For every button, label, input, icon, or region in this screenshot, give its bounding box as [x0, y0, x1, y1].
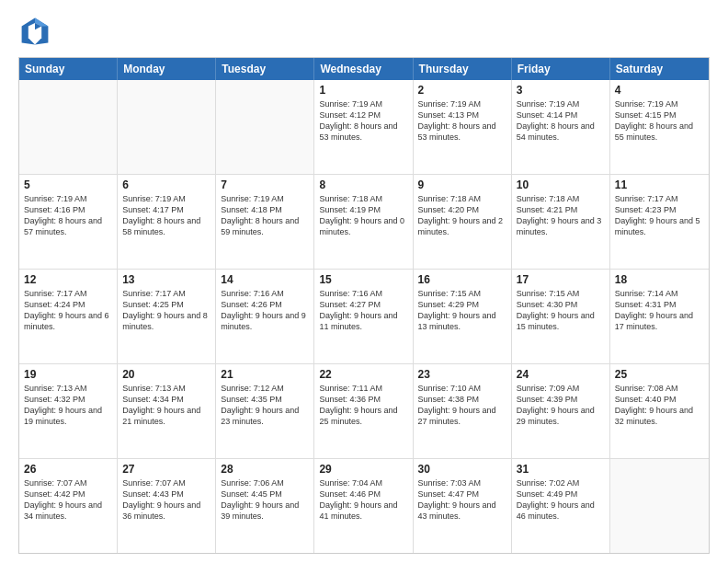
calendar-row-2: 12Sunrise: 7:17 AMSunset: 4:24 PMDayligh…: [19, 269, 709, 363]
calendar-cell: 18Sunrise: 7:14 AMSunset: 4:31 PMDayligh…: [610, 270, 709, 363]
day-info: Sunrise: 7:11 AMSunset: 4:36 PMDaylight:…: [319, 383, 407, 428]
calendar-cell: 12Sunrise: 7:17 AMSunset: 4:24 PMDayligh…: [19, 270, 118, 363]
calendar-header: SundayMondayTuesdayWednesdayThursdayFrid…: [19, 58, 709, 80]
calendar-cell: 29Sunrise: 7:04 AMSunset: 4:46 PMDayligh…: [314, 459, 413, 553]
calendar-row-4: 26Sunrise: 7:07 AMSunset: 4:42 PMDayligh…: [19, 458, 709, 553]
day-number: 9: [418, 178, 506, 191]
calendar-cell: 16Sunrise: 7:15 AMSunset: 4:29 PMDayligh…: [414, 270, 512, 363]
calendar-cell: 14Sunrise: 7:16 AMSunset: 4:26 PMDayligh…: [216, 270, 314, 363]
calendar-cell: 27Sunrise: 7:07 AMSunset: 4:43 PMDayligh…: [118, 459, 216, 553]
calendar-cell: 30Sunrise: 7:03 AMSunset: 4:47 PMDayligh…: [414, 459, 512, 553]
calendar-cell: 1Sunrise: 7:19 AMSunset: 4:12 PMDaylight…: [314, 80, 413, 174]
day-info: Sunrise: 7:13 AMSunset: 4:34 PMDaylight:…: [122, 383, 210, 428]
calendar-cell: 4Sunrise: 7:19 AMSunset: 4:15 PMDaylight…: [610, 80, 709, 174]
day-info: Sunrise: 7:16 AMSunset: 4:26 PMDaylight:…: [221, 288, 309, 333]
calendar-body: 1Sunrise: 7:19 AMSunset: 4:12 PMDaylight…: [19, 80, 709, 553]
day-number: 8: [319, 178, 407, 191]
calendar-cell: 24Sunrise: 7:09 AMSunset: 4:39 PMDayligh…: [512, 364, 610, 458]
day-number: 27: [122, 463, 210, 476]
calendar-cell: 3Sunrise: 7:19 AMSunset: 4:14 PMDaylight…: [512, 80, 610, 174]
header-day-saturday: Saturday: [610, 58, 709, 80]
header-day-wednesday: Wednesday: [314, 58, 413, 80]
day-number: 2: [418, 84, 506, 97]
calendar-cell: 11Sunrise: 7:17 AMSunset: 4:23 PMDayligh…: [610, 175, 709, 269]
calendar-cell: [19, 80, 118, 174]
day-info: Sunrise: 7:19 AMSunset: 4:14 PMDaylight:…: [517, 98, 605, 144]
day-info: Sunrise: 7:03 AMSunset: 4:47 PMDaylight:…: [418, 477, 506, 523]
day-info: Sunrise: 7:02 AMSunset: 4:49 PMDaylight:…: [517, 477, 605, 523]
day-number: 22: [319, 368, 407, 381]
day-info: Sunrise: 7:14 AMSunset: 4:31 PMDaylight:…: [615, 288, 704, 333]
day-info: Sunrise: 7:07 AMSunset: 4:42 PMDaylight:…: [24, 477, 112, 523]
day-info: Sunrise: 7:16 AMSunset: 4:27 PMDaylight:…: [319, 288, 407, 333]
calendar-cell: 6Sunrise: 7:19 AMSunset: 4:17 PMDaylight…: [118, 175, 216, 269]
day-info: Sunrise: 7:19 AMSunset: 4:17 PMDaylight:…: [122, 193, 210, 238]
calendar-row-1: 5Sunrise: 7:19 AMSunset: 4:16 PMDaylight…: [19, 174, 709, 269]
day-info: Sunrise: 7:08 AMSunset: 4:40 PMDaylight:…: [615, 383, 704, 428]
day-info: Sunrise: 7:07 AMSunset: 4:43 PMDaylight:…: [122, 477, 210, 523]
page: SundayMondayTuesdayWednesdayThursdayFrid…: [0, 0, 728, 563]
calendar-cell: 22Sunrise: 7:11 AMSunset: 4:36 PMDayligh…: [314, 364, 413, 458]
day-number: 15: [319, 273, 407, 286]
calendar-cell: 2Sunrise: 7:19 AMSunset: 4:13 PMDaylight…: [414, 80, 512, 174]
day-number: 24: [517, 368, 605, 381]
day-number: 19: [24, 368, 112, 381]
calendar-cell: 25Sunrise: 7:08 AMSunset: 4:40 PMDayligh…: [610, 364, 709, 458]
day-info: Sunrise: 7:19 AMSunset: 4:16 PMDaylight:…: [24, 193, 112, 238]
calendar-cell: [610, 459, 709, 553]
header-day-sunday: Sunday: [19, 58, 118, 80]
calendar-cell: [216, 80, 314, 174]
calendar-cell: 13Sunrise: 7:17 AMSunset: 4:25 PMDayligh…: [118, 270, 216, 363]
calendar-cell: 10Sunrise: 7:18 AMSunset: 4:21 PMDayligh…: [512, 175, 610, 269]
header-day-friday: Friday: [512, 58, 610, 80]
calendar-cell: 19Sunrise: 7:13 AMSunset: 4:32 PMDayligh…: [19, 364, 118, 458]
calendar-cell: 8Sunrise: 7:18 AMSunset: 4:19 PMDaylight…: [314, 175, 413, 269]
day-number: 25: [615, 368, 704, 381]
calendar-cell: 9Sunrise: 7:18 AMSunset: 4:20 PMDaylight…: [414, 175, 512, 269]
day-number: 28: [221, 463, 309, 476]
header-day-monday: Monday: [118, 58, 216, 80]
day-info: Sunrise: 7:15 AMSunset: 4:29 PMDaylight:…: [418, 288, 506, 333]
day-number: 23: [418, 368, 506, 381]
calendar-row-3: 19Sunrise: 7:13 AMSunset: 4:32 PMDayligh…: [19, 363, 709, 458]
day-info: Sunrise: 7:10 AMSunset: 4:38 PMDaylight:…: [418, 383, 506, 428]
calendar-row-0: 1Sunrise: 7:19 AMSunset: 4:12 PMDaylight…: [19, 80, 709, 174]
calendar-cell: 15Sunrise: 7:16 AMSunset: 4:27 PMDayligh…: [314, 270, 413, 363]
day-number: 29: [319, 463, 407, 476]
day-number: 3: [517, 84, 605, 97]
day-info: Sunrise: 7:17 AMSunset: 4:25 PMDaylight:…: [122, 288, 210, 333]
day-number: 5: [24, 178, 112, 191]
calendar-cell: 23Sunrise: 7:10 AMSunset: 4:38 PMDayligh…: [414, 364, 512, 458]
calendar: SundayMondayTuesdayWednesdayThursdayFrid…: [18, 57, 710, 554]
day-info: Sunrise: 7:19 AMSunset: 4:13 PMDaylight:…: [418, 98, 506, 144]
day-number: 7: [221, 178, 309, 191]
calendar-cell: 28Sunrise: 7:06 AMSunset: 4:45 PMDayligh…: [216, 459, 314, 553]
header: [18, 15, 710, 48]
calendar-cell: 5Sunrise: 7:19 AMSunset: 4:16 PMDaylight…: [19, 175, 118, 269]
day-number: 12: [24, 273, 112, 286]
day-number: 30: [418, 463, 506, 476]
day-number: 18: [615, 273, 704, 286]
calendar-cell: [118, 80, 216, 174]
day-info: Sunrise: 7:18 AMSunset: 4:19 PMDaylight:…: [319, 193, 407, 238]
calendar-cell: 17Sunrise: 7:15 AMSunset: 4:30 PMDayligh…: [512, 270, 610, 363]
day-info: Sunrise: 7:18 AMSunset: 4:21 PMDaylight:…: [517, 193, 605, 238]
calendar-cell: 26Sunrise: 7:07 AMSunset: 4:42 PMDayligh…: [19, 459, 118, 553]
day-number: 21: [221, 368, 309, 381]
day-info: Sunrise: 7:19 AMSunset: 4:15 PMDaylight:…: [615, 98, 704, 144]
day-number: 16: [418, 273, 506, 286]
day-info: Sunrise: 7:15 AMSunset: 4:30 PMDaylight:…: [517, 288, 605, 333]
calendar-cell: 20Sunrise: 7:13 AMSunset: 4:34 PMDayligh…: [118, 364, 216, 458]
day-number: 17: [517, 273, 605, 286]
day-info: Sunrise: 7:09 AMSunset: 4:39 PMDaylight:…: [517, 383, 605, 428]
day-number: 10: [517, 178, 605, 191]
day-number: 31: [517, 463, 605, 476]
day-info: Sunrise: 7:04 AMSunset: 4:46 PMDaylight:…: [319, 477, 407, 523]
day-number: 4: [615, 84, 704, 97]
day-info: Sunrise: 7:17 AMSunset: 4:24 PMDaylight:…: [24, 288, 112, 333]
calendar-cell: 21Sunrise: 7:12 AMSunset: 4:35 PMDayligh…: [216, 364, 314, 458]
day-number: 14: [221, 273, 309, 286]
logo-icon: [18, 15, 51, 48]
header-day-tuesday: Tuesday: [216, 58, 314, 80]
day-info: Sunrise: 7:12 AMSunset: 4:35 PMDaylight:…: [221, 383, 309, 428]
